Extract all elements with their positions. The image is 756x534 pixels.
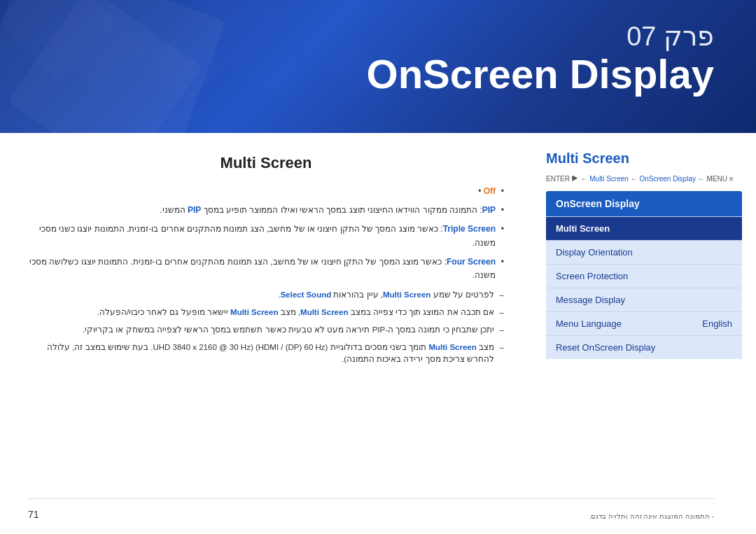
footer-note: התמונה המוצגת אינה זהה ותלויה בדגם. (589, 512, 714, 520)
menu-item-menu-language-value: English (702, 318, 732, 329)
select-sound-ref: Select Sound (280, 290, 331, 299)
multi-screen-ref-3: Multi Screen (230, 308, 278, 316)
list-item-pip: PIP: התמונה ממקור הווידאו החיצוני תוצג ב… (28, 204, 504, 217)
menu-item-reset-onscreen[interactable]: Reset OnScreen Display (546, 335, 742, 359)
menu-item-display-orientation[interactable]: Display Orientation (546, 240, 742, 264)
note-item-3: יתכן שתבחין כי תמונה במסך ה-PIP תיראה מע… (28, 324, 504, 337)
multi-screen-ref-4: Multi Screen (428, 343, 476, 351)
note-item-1: לפרטים על שמע Multi Screen, עיין בהוראות… (28, 289, 504, 302)
right-panel: Multi Screen ENTER ⯈ ← Multi Screen ← On… (532, 133, 756, 534)
menu-item-multiscreen[interactable]: Multi Screen (546, 216, 742, 240)
pip-label: PIP (482, 205, 496, 215)
section-title: Multi Screen (28, 154, 504, 172)
menu-item-screen-protection-label: Screen Protection (556, 271, 628, 281)
right-title: Multi Screen (546, 150, 742, 167)
menu-item-message-display-label: Message Display (556, 295, 625, 305)
four-label: Four Screen (447, 257, 496, 267)
left-content: Multi Screen Off • PIP: התמונה ממקור הוו… (0, 133, 532, 534)
triple-label: Triple Screen (443, 224, 496, 234)
list-item-triple: Triple Screen: כאשר מוצג המסך של התקן חי… (28, 223, 504, 249)
menu-item-display-orientation-label: Display Orientation (556, 247, 633, 258)
header-banner: פרק 07 OnScreen Display (0, 0, 756, 133)
menu-item-message-display[interactable]: Message Display (546, 288, 742, 311)
multi-screen-ref-1: Multi Screen (383, 290, 430, 299)
pip-label-2: PIP (188, 205, 201, 215)
header-text: פרק 07 OnScreen Display (367, 21, 714, 97)
footer-divider (28, 498, 714, 499)
bullet-list: Off • PIP: התמונה ממקור הווידאו החיצוני … (28, 185, 504, 282)
header-decoration (0, 0, 350, 133)
note-item-2: אם תכבה את המוצג תוך כדי צפייה במצב Mult… (28, 307, 504, 319)
menu-box: OnScreen Display Multi Screen Display Or… (546, 191, 742, 359)
menu-item-multiscreen-label: Multi Screen (556, 223, 610, 234)
note-item-4: מצב Multi Screen תומך בשני מסכים בדולוגי… (28, 342, 504, 367)
nav-breadcrumb: ENTER ⯈ ← Multi Screen ← OnScreen Displa… (546, 175, 742, 183)
list-item-four: Four Screen: כאשר מוצג המסך של התקן חיצו… (28, 255, 504, 282)
multi-screen-ref-2: Multi Screen (300, 308, 348, 316)
menu-item-screen-protection[interactable]: Screen Protection (546, 264, 742, 288)
menu-item-menu-language-label: Menu Language (556, 318, 622, 329)
chapter-label: פרק 07 (367, 21, 714, 52)
menu-header: OnScreen Display (546, 191, 742, 216)
main-content: Multi Screen Off • PIP: התמונה ממקור הוו… (0, 133, 756, 534)
list-item-off: Off • (28, 185, 504, 198)
page-number: 71 (28, 509, 39, 520)
page-title: OnScreen Display (367, 52, 714, 97)
menu-item-reset-onscreen-label: Reset OnScreen Display (556, 342, 655, 353)
off-label: Off (484, 186, 496, 196)
breadcrumb-onscreen: OnScreen Display (639, 175, 696, 183)
menu-item-menu-language[interactable]: Menu Language English (546, 311, 742, 335)
breadcrumb-multiscreen: Multi Screen (589, 175, 629, 183)
note-list: לפרטים על שמע Multi Screen, עיין בהוראות… (28, 289, 504, 366)
